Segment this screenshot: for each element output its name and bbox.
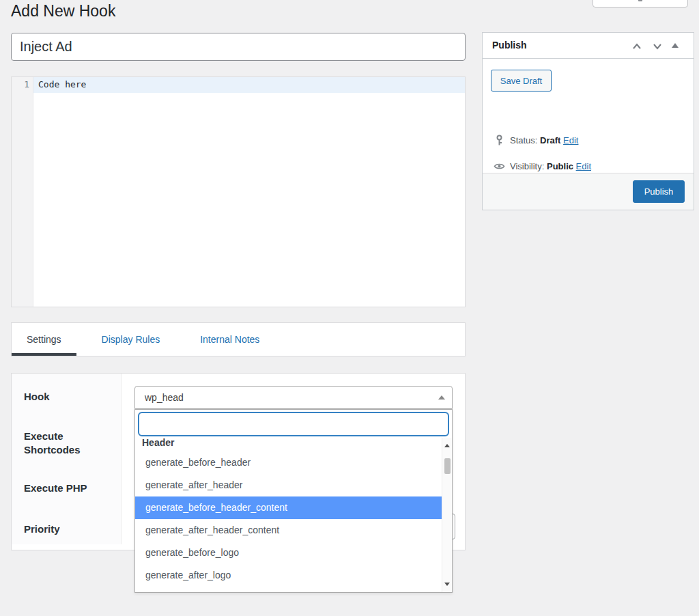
tab-display-rules[interactable]: Display Rules [87,323,175,356]
post-title-input[interactable] [11,33,466,61]
eye-icon [494,160,505,172]
move-up-icon[interactable] [631,40,643,53]
visibility-value: Public [547,161,573,171]
move-down-icon[interactable] [651,40,664,53]
code-editor-gutter [12,77,33,307]
chevron-up-icon [438,395,445,400]
partial-toolbar-button[interactable] [593,0,688,8]
hook-dropdown: Header generate_before_header generate_a… [134,409,453,593]
edit-visibility-link[interactable]: Edit [576,161,591,171]
scrollbar-thumb[interactable] [444,458,451,474]
status-label: Status: [510,135,537,145]
hook-search-input[interactable] [138,412,449,436]
tab-internal-notes[interactable]: Internal Notes [185,323,274,356]
hook-label: Hook [24,390,106,404]
option-group-label: Header [135,438,452,451]
priority-label: Priority [24,522,106,536]
publish-metabox-footer: Publish [483,173,694,210]
button-text-fragment [638,0,642,1]
publish-metabox-header[interactable]: Publish [483,33,694,59]
execute-shortcodes-label: Execute Shortcodes [24,430,106,457]
option-generate-before-header[interactable]: generate_before_header [135,451,443,474]
option-generate-after-logo[interactable]: generate_after_logo [135,564,443,587]
visibility-label: Visibility: [510,161,544,171]
dropdown-scrollbar[interactable] [442,438,452,592]
option-generate-before-logo[interactable]: generate_before_logo [135,542,443,564]
tab-settings[interactable]: Settings [12,323,76,356]
save-draft-button[interactable]: Save Draft [491,70,552,92]
collapse-toggle-icon[interactable] [671,42,683,55]
page-title: Add New Hook [11,1,115,21]
option-generate-after-header-content[interactable]: generate_after_header_content [135,519,443,542]
status-value: Draft [540,135,560,145]
option-generate-before-header-content[interactable]: generate_before_header_content [135,496,443,519]
scroll-down-arrow-icon[interactable] [444,583,450,586]
publish-button[interactable]: Publish [633,180,685,203]
line-number: 1 [12,79,29,89]
settings-tab-bar: Settings Display Rules Internal Notes [11,322,466,356]
option-generate-after-header[interactable]: generate_after_header [135,474,443,496]
hook-options-list: Header generate_before_header generate_a… [135,438,452,592]
hook-select-value: wp_head [145,392,184,403]
scroll-up-arrow-icon[interactable] [444,444,450,447]
visibility-row: Visibility: Public Edit [494,161,591,171]
publish-metabox: Publish Save Draft Status: Draft Edit Vi… [482,32,694,210]
status-row: Status: Draft Edit [494,135,578,145]
key-icon [494,135,505,146]
code-editor[interactable]: 1 Code here [11,76,466,307]
code-content[interactable]: Code here [38,79,86,89]
execute-php-label: Execute PHP [24,481,106,495]
edit-status-link[interactable]: Edit [563,135,578,145]
active-line-highlight [33,77,465,93]
publish-metabox-title: Publish [492,40,527,51]
hook-select[interactable]: wp_head [134,386,453,409]
